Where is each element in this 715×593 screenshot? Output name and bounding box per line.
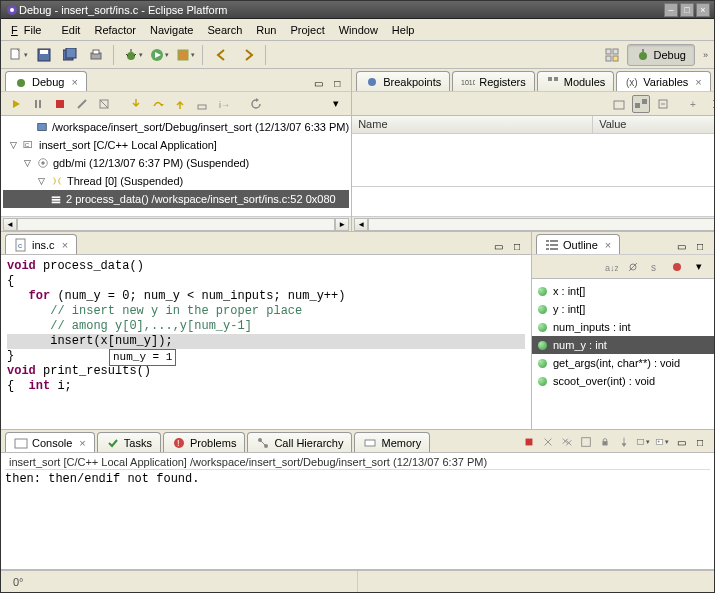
perspective-more-icon[interactable]: » [703, 50, 708, 60]
print-button[interactable] [85, 44, 107, 66]
step-over-button[interactable] [149, 95, 167, 113]
remove-terminated-button[interactable] [95, 95, 113, 113]
show-logical-button[interactable] [632, 95, 650, 113]
back-button[interactable] [211, 44, 233, 66]
code-area[interactable]: void process_data(){ for (num_y = 0; num… [1, 255, 531, 429]
collapse-icon[interactable]: ▽ [35, 176, 47, 186]
close-icon[interactable]: × [79, 437, 85, 449]
step-return-button[interactable] [171, 95, 189, 113]
col-value-header[interactable]: Value [593, 116, 714, 133]
tab-console[interactable]: Console× [5, 432, 95, 452]
terminate-console-button[interactable] [521, 434, 537, 450]
close-icon[interactable]: × [62, 239, 68, 251]
outline-item[interactable]: scoot_over(int) : void [532, 372, 714, 390]
menu-edit[interactable]: Edit [55, 22, 86, 38]
tree-target[interactable]: /workspace/insert_sort/Debug/insert_sort… [3, 118, 349, 136]
forward-button[interactable] [237, 44, 259, 66]
debug-tab[interactable]: Debug × [5, 71, 87, 91]
remove-all-button[interactable] [559, 434, 575, 450]
scroll-left-icon[interactable]: ◄ [3, 218, 17, 231]
view-menu-button[interactable]: ▾ [690, 258, 708, 276]
clear-console-button[interactable] [578, 434, 594, 450]
col-name-header[interactable]: Name [352, 116, 593, 133]
close-button[interactable]: × [696, 3, 710, 17]
maximize-button[interactable]: □ [680, 3, 694, 17]
debug-button[interactable]: ▾ [122, 44, 144, 66]
outline-item[interactable]: get_args(int, char**) : void [532, 354, 714, 372]
pin-console-button[interactable] [616, 434, 632, 450]
tab-call-hierarchy[interactable]: Call Hierarchy [247, 432, 352, 452]
scroll-lock-button[interactable] [597, 434, 613, 450]
menu-help[interactable]: Help [386, 22, 421, 38]
tab-modules[interactable]: Modules [537, 71, 615, 91]
tree-launch[interactable]: ▽ C insert_sort [C/C++ Local Application… [3, 136, 349, 154]
minimize-view-button[interactable]: ▭ [673, 434, 689, 450]
drop-to-frame-button[interactable] [193, 95, 211, 113]
save-all-button[interactable] [59, 44, 81, 66]
collapse-all-button[interactable] [654, 95, 672, 113]
tab-variables[interactable]: (x)Variables× [616, 71, 710, 91]
display-console-button[interactable]: ▾ [635, 434, 651, 450]
outline-item[interactable]: x : int[] [532, 282, 714, 300]
console-body[interactable]: insert_sort [C/C++ Local Application] /w… [1, 452, 714, 569]
hide-static-button[interactable]: s [646, 258, 664, 276]
perspective-debug[interactable]: Debug [627, 44, 695, 66]
tab-registers[interactable]: 1010Registers [452, 71, 534, 91]
terminate-button[interactable] [51, 95, 69, 113]
instruction-step-button[interactable]: i→ [215, 95, 233, 113]
suspend-button[interactable] [29, 95, 47, 113]
tree-frame[interactable]: 2 process_data() /workspace/insert_sort/… [3, 190, 349, 208]
outline-item[interactable]: num_inputs : int [532, 318, 714, 336]
tab-breakpoints[interactable]: Breakpoints [356, 71, 450, 91]
view-menu-button[interactable]: ▾ [327, 95, 345, 113]
minimize-button[interactable]: – [664, 3, 678, 17]
add-watch-button[interactable]: + [686, 95, 704, 113]
menu-run[interactable]: Run [250, 22, 282, 38]
minimize-view-button[interactable]: ▭ [310, 75, 326, 91]
menu-project[interactable]: Project [284, 22, 330, 38]
menu-navigate[interactable]: Navigate [144, 22, 199, 38]
remove-launch-button[interactable] [540, 434, 556, 450]
outline-item[interactable]: num_y : int [532, 336, 714, 354]
remove-button[interactable] [708, 95, 714, 113]
close-icon[interactable]: × [695, 76, 701, 88]
new-button[interactable]: ▾ [7, 44, 29, 66]
menu-search[interactable]: Search [201, 22, 248, 38]
tree-thread[interactable]: ▽ Thread [0] (Suspended) [3, 172, 349, 190]
debug-tree-content[interactable]: /workspace/insert_sort/Debug/insert_sort… [1, 116, 351, 216]
step-into-button[interactable] [127, 95, 145, 113]
maximize-view-button[interactable]: □ [509, 238, 525, 254]
outline-item[interactable]: y : int[] [532, 300, 714, 318]
close-icon[interactable]: × [71, 76, 77, 88]
maximize-view-button[interactable]: □ [329, 75, 345, 91]
tab-memory[interactable]: Memory [354, 432, 430, 452]
scroll-right-icon[interactable]: ► [335, 218, 349, 231]
minimize-view-button[interactable]: ▭ [490, 238, 506, 254]
disconnect-button[interactable] [73, 95, 91, 113]
external-tools-button[interactable]: ▾ [174, 44, 196, 66]
editor-body[interactable]: void process_data(){ for (num_y = 0; num… [1, 254, 531, 429]
variables-detail-pane[interactable] [352, 186, 714, 216]
minimize-view-button[interactable]: ▭ [673, 238, 689, 254]
debug-hscroll[interactable]: ◄ ► [1, 216, 351, 231]
run-button[interactable]: ▾ [148, 44, 170, 66]
save-button[interactable] [33, 44, 55, 66]
outline-tab[interactable]: Outline × [536, 234, 620, 254]
menu-window[interactable]: Window [333, 22, 384, 38]
variables-hscroll[interactable]: ◄ ► [352, 216, 714, 231]
resume-button[interactable] [7, 95, 25, 113]
collapse-icon[interactable]: ▽ [21, 158, 33, 168]
close-icon[interactable]: × [605, 239, 611, 251]
hide-fields-button[interactable] [624, 258, 642, 276]
variables-rows[interactable] [352, 134, 714, 186]
editor-tab[interactable]: c ins.c × [5, 234, 77, 254]
maximize-view-button[interactable]: □ [692, 434, 708, 450]
scroll-left-icon[interactable]: ◄ [354, 218, 368, 231]
open-console-button[interactable]: +▾ [654, 434, 670, 450]
tab-problems[interactable]: !Problems [163, 432, 245, 452]
minimize-view-button[interactable]: ▭ [713, 75, 714, 91]
open-perspective-button[interactable] [601, 44, 623, 66]
outline-list[interactable]: x : int[]y : int[]num_inputs : intnum_y … [532, 279, 714, 429]
sort-button[interactable]: a↓z [602, 258, 620, 276]
tree-process[interactable]: ▽ gdb/mi (12/13/07 6:37 PM) (Suspended) [3, 154, 349, 172]
